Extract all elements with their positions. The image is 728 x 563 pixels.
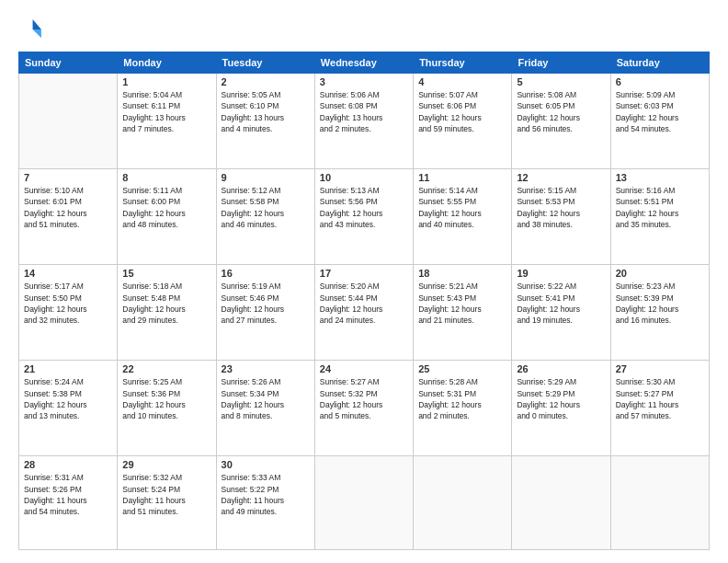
calendar-week-row: 21Sunrise: 5:24 AM Sunset: 5:38 PM Dayli… xyxy=(19,361,710,456)
day-info: Sunrise: 5:33 AM Sunset: 5:22 PM Dayligh… xyxy=(222,472,310,517)
day-info: Sunrise: 5:28 AM Sunset: 5:31 PM Dayligh… xyxy=(418,376,506,421)
weekday-header-saturday: Saturday xyxy=(610,52,709,74)
header xyxy=(18,17,710,42)
day-info: Sunrise: 5:21 AM Sunset: 5:43 PM Dayligh… xyxy=(418,281,506,326)
day-number: 28 xyxy=(24,459,112,470)
calendar-cell: 8Sunrise: 5:11 AM Sunset: 6:00 PM Daylig… xyxy=(118,169,216,265)
day-info: Sunrise: 5:18 AM Sunset: 5:48 PM Dayligh… xyxy=(122,281,210,326)
calendar-cell xyxy=(414,456,512,550)
weekday-header-friday: Friday xyxy=(512,52,610,74)
calendar-cell: 20Sunrise: 5:23 AM Sunset: 5:39 PM Dayli… xyxy=(610,265,709,361)
calendar-cell: 4Sunrise: 5:07 AM Sunset: 6:06 PM Daylig… xyxy=(414,74,512,169)
day-info: Sunrise: 5:19 AM Sunset: 5:46 PM Dayligh… xyxy=(222,281,310,326)
day-info: Sunrise: 5:20 AM Sunset: 5:44 PM Dayligh… xyxy=(320,281,408,326)
day-info: Sunrise: 5:08 AM Sunset: 6:05 PM Dayligh… xyxy=(517,89,605,134)
calendar-cell: 22Sunrise: 5:25 AM Sunset: 5:36 PM Dayli… xyxy=(118,361,216,456)
day-number: 10 xyxy=(320,172,408,183)
day-number: 4 xyxy=(418,76,506,87)
day-info: Sunrise: 5:14 AM Sunset: 5:55 PM Dayligh… xyxy=(418,185,506,230)
calendar-cell xyxy=(610,456,709,550)
day-info: Sunrise: 5:13 AM Sunset: 5:56 PM Dayligh… xyxy=(320,185,408,230)
calendar-table: SundayMondayTuesdayWednesdayThursdayFrid… xyxy=(18,52,710,550)
day-number: 9 xyxy=(222,172,310,183)
calendar-cell: 17Sunrise: 5:20 AM Sunset: 5:44 PM Dayli… xyxy=(314,265,413,361)
calendar-week-row: 7Sunrise: 5:10 AM Sunset: 6:01 PM Daylig… xyxy=(19,169,710,265)
day-number: 2 xyxy=(222,76,310,87)
svg-marker-0 xyxy=(33,19,41,29)
weekday-header-row: SundayMondayTuesdayWednesdayThursdayFrid… xyxy=(19,52,710,74)
day-info: Sunrise: 5:22 AM Sunset: 5:41 PM Dayligh… xyxy=(517,281,605,326)
calendar-cell: 30Sunrise: 5:33 AM Sunset: 5:22 PM Dayli… xyxy=(216,456,314,550)
day-number: 7 xyxy=(24,172,112,183)
day-number: 13 xyxy=(616,172,704,183)
weekday-header-thursday: Thursday xyxy=(414,52,512,74)
day-number: 23 xyxy=(222,363,310,374)
day-info: Sunrise: 5:23 AM Sunset: 5:39 PM Dayligh… xyxy=(616,281,704,326)
calendar-cell: 9Sunrise: 5:12 AM Sunset: 5:58 PM Daylig… xyxy=(216,169,314,265)
day-info: Sunrise: 5:29 AM Sunset: 5:29 PM Dayligh… xyxy=(517,376,605,421)
calendar-cell: 7Sunrise: 5:10 AM Sunset: 6:01 PM Daylig… xyxy=(19,169,118,265)
calendar-cell: 21Sunrise: 5:24 AM Sunset: 5:38 PM Dayli… xyxy=(19,361,118,456)
day-info: Sunrise: 5:07 AM Sunset: 6:06 PM Dayligh… xyxy=(418,89,506,134)
day-number: 6 xyxy=(616,76,704,87)
day-info: Sunrise: 5:17 AM Sunset: 5:50 PM Dayligh… xyxy=(24,281,112,326)
day-info: Sunrise: 5:32 AM Sunset: 5:24 PM Dayligh… xyxy=(122,472,210,517)
calendar-cell: 3Sunrise: 5:06 AM Sunset: 6:08 PM Daylig… xyxy=(314,74,413,169)
calendar-cell: 26Sunrise: 5:29 AM Sunset: 5:29 PM Dayli… xyxy=(512,361,610,456)
calendar-week-row: 14Sunrise: 5:17 AM Sunset: 5:50 PM Dayli… xyxy=(19,265,710,361)
day-number: 20 xyxy=(616,268,704,279)
calendar-cell xyxy=(314,456,413,550)
calendar-cell: 16Sunrise: 5:19 AM Sunset: 5:46 PM Dayli… xyxy=(216,265,314,361)
day-info: Sunrise: 5:31 AM Sunset: 5:26 PM Dayligh… xyxy=(24,472,112,517)
day-info: Sunrise: 5:15 AM Sunset: 5:53 PM Dayligh… xyxy=(517,185,605,230)
calendar-week-row: 28Sunrise: 5:31 AM Sunset: 5:26 PM Dayli… xyxy=(19,456,710,550)
day-number: 18 xyxy=(418,268,506,279)
day-number: 24 xyxy=(320,363,408,374)
day-info: Sunrise: 5:27 AM Sunset: 5:32 PM Dayligh… xyxy=(320,376,408,421)
calendar-cell: 13Sunrise: 5:16 AM Sunset: 5:51 PM Dayli… xyxy=(610,169,709,265)
calendar-cell: 28Sunrise: 5:31 AM Sunset: 5:26 PM Dayli… xyxy=(19,456,118,550)
calendar-cell: 15Sunrise: 5:18 AM Sunset: 5:48 PM Dayli… xyxy=(118,265,216,361)
calendar-cell: 23Sunrise: 5:26 AM Sunset: 5:34 PM Dayli… xyxy=(216,361,314,456)
day-number: 16 xyxy=(222,268,310,279)
day-number: 19 xyxy=(517,268,605,279)
calendar-cell: 27Sunrise: 5:30 AM Sunset: 5:27 PM Dayli… xyxy=(610,361,709,456)
calendar-cell: 5Sunrise: 5:08 AM Sunset: 6:05 PM Daylig… xyxy=(512,74,610,169)
day-number: 22 xyxy=(122,363,210,374)
day-info: Sunrise: 5:09 AM Sunset: 6:03 PM Dayligh… xyxy=(616,89,704,134)
day-number: 15 xyxy=(122,268,210,279)
day-info: Sunrise: 5:25 AM Sunset: 5:36 PM Dayligh… xyxy=(122,376,210,421)
weekday-header-sunday: Sunday xyxy=(19,52,118,74)
day-number: 27 xyxy=(616,363,704,374)
svg-marker-1 xyxy=(33,29,41,38)
weekday-header-monday: Monday xyxy=(118,52,216,74)
day-info: Sunrise: 5:30 AM Sunset: 5:27 PM Dayligh… xyxy=(616,376,704,421)
calendar-cell: 19Sunrise: 5:22 AM Sunset: 5:41 PM Dayli… xyxy=(512,265,610,361)
weekday-header-tuesday: Tuesday xyxy=(216,52,314,74)
day-number: 14 xyxy=(24,268,112,279)
logo xyxy=(18,17,48,42)
day-info: Sunrise: 5:16 AM Sunset: 5:51 PM Dayligh… xyxy=(616,185,704,230)
day-number: 25 xyxy=(418,363,506,374)
day-info: Sunrise: 5:06 AM Sunset: 6:08 PM Dayligh… xyxy=(320,89,408,134)
calendar-cell: 1Sunrise: 5:04 AM Sunset: 6:11 PM Daylig… xyxy=(118,74,216,169)
weekday-header-wednesday: Wednesday xyxy=(314,52,413,74)
calendar-cell: 12Sunrise: 5:15 AM Sunset: 5:53 PM Dayli… xyxy=(512,169,610,265)
calendar-cell: 14Sunrise: 5:17 AM Sunset: 5:50 PM Dayli… xyxy=(19,265,118,361)
day-info: Sunrise: 5:11 AM Sunset: 6:00 PM Dayligh… xyxy=(122,185,210,230)
calendar-cell: 25Sunrise: 5:28 AM Sunset: 5:31 PM Dayli… xyxy=(414,361,512,456)
calendar-cell: 18Sunrise: 5:21 AM Sunset: 5:43 PM Dayli… xyxy=(414,265,512,361)
page: SundayMondayTuesdayWednesdayThursdayFrid… xyxy=(0,0,728,563)
day-number: 21 xyxy=(24,363,112,374)
calendar-cell: 11Sunrise: 5:14 AM Sunset: 5:55 PM Dayli… xyxy=(414,169,512,265)
day-number: 3 xyxy=(320,76,408,87)
calendar-cell: 29Sunrise: 5:32 AM Sunset: 5:24 PM Dayli… xyxy=(118,456,216,550)
day-info: Sunrise: 5:10 AM Sunset: 6:01 PM Dayligh… xyxy=(24,185,112,230)
day-number: 11 xyxy=(418,172,506,183)
calendar-cell: 6Sunrise: 5:09 AM Sunset: 6:03 PM Daylig… xyxy=(610,74,709,169)
calendar-cell: 10Sunrise: 5:13 AM Sunset: 5:56 PM Dayli… xyxy=(314,169,413,265)
logo-icon xyxy=(18,17,44,42)
calendar-cell: 24Sunrise: 5:27 AM Sunset: 5:32 PM Dayli… xyxy=(314,361,413,456)
calendar-cell xyxy=(512,456,610,550)
calendar-week-row: 1Sunrise: 5:04 AM Sunset: 6:11 PM Daylig… xyxy=(19,74,710,169)
